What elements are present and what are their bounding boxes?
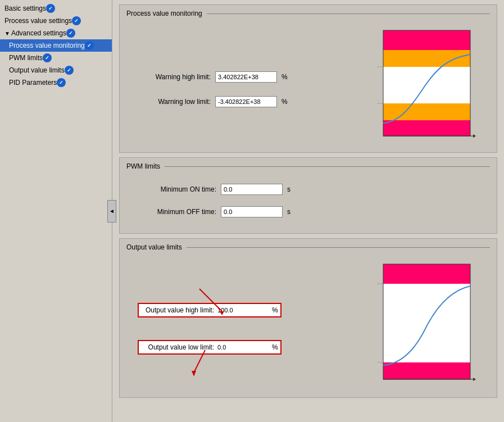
svg-rect-4	[383, 120, 470, 136]
ovl-chart-svg	[378, 261, 479, 385]
sidebar-item-label: Advanced settings	[11, 29, 66, 37]
warning-high-limit-label: Warning high limit:	[138, 73, 211, 81]
min-on-time-input[interactable]	[221, 184, 283, 195]
output-high-limit-row: Output value high limit: %	[138, 303, 366, 317]
check-icon: ✓	[66, 29, 75, 38]
svg-rect-3	[383, 103, 470, 120]
output-high-limit-unit: %	[272, 306, 278, 314]
sidebar-item-label: Process value settings	[4, 17, 72, 25]
sidebar-item-label: Process value monitoring	[9, 42, 85, 49]
pwm-body: Minimum ON time: s Minimum OFF time: s	[126, 175, 490, 226]
ovl-fields-area: Output value high limit: % Output value …	[138, 292, 366, 355]
ovl-chart	[378, 261, 479, 385]
check-icon: ✓	[57, 78, 66, 87]
section-title-pvm: Process value monitoring	[126, 10, 202, 17]
min-off-time-unit: s	[287, 208, 290, 216]
warning-high-limit-input[interactable]	[215, 71, 277, 83]
sidebar-item-label: Basic settings	[4, 4, 46, 12]
warning-high-limit-row: Warning high limit: %	[138, 71, 366, 83]
pvm-body: Warning high limit: % Warning low limit:…	[126, 22, 490, 146]
check-icon: ✓	[65, 66, 74, 75]
check-icon: ✓	[46, 4, 55, 13]
sidebar-item-advanced-settings[interactable]: ▼Advanced settings✓	[0, 27, 112, 39]
sidebar-item-pwm-limits[interactable]: PWM limits✓	[0, 52, 112, 64]
svg-line-10	[199, 289, 222, 311]
section-header-pwm: PWM limits	[126, 162, 490, 170]
svg-marker-13	[192, 371, 196, 376]
main-content: Process value monitoring Warning high li…	[112, 0, 504, 422]
sidebar-collapse-handle[interactable]: ◄	[107, 200, 116, 223]
min-off-time-input[interactable]	[221, 206, 283, 217]
svg-marker-19	[473, 378, 476, 381]
warning-low-limit-label: Warning low limit:	[138, 98, 211, 106]
check-icon: ✓	[43, 53, 52, 62]
output-low-limit-unit: %	[272, 343, 278, 351]
check-icon: ✓	[72, 16, 81, 25]
process-value-monitoring-section: Process value monitoring Warning high li…	[119, 4, 497, 153]
pvm-fields: Warning high limit: % Warning low limit:…	[138, 60, 366, 107]
sidebar: Basic settings✓Process value settings✓▼A…	[0, 0, 112, 422]
svg-rect-15	[383, 284, 470, 362]
min-on-time-unit: s	[287, 185, 290, 193]
svg-line-12	[194, 350, 205, 373]
sidebar-item-pid-parameters[interactable]: PID Parameters✓	[0, 76, 112, 89]
sidebar-item-label: PWM limits	[9, 54, 43, 62]
min-off-time-label: Minimum OFF time:	[143, 208, 216, 216]
arrow-high-svg	[188, 286, 244, 320]
arrow-low-svg	[183, 347, 239, 381]
ovl-body: Output value high limit: % Output value …	[126, 256, 490, 391]
check-icon: ✓	[85, 41, 94, 50]
sidebar-item-label: Output value limits	[9, 66, 65, 74]
arrow-low-container	[183, 347, 239, 383]
svg-marker-7	[473, 134, 476, 138]
sidebar-item-process-value-settings[interactable]: Process value settings✓	[0, 15, 112, 27]
warning-high-limit-unit: %	[281, 73, 288, 81]
pwm-limits-section: PWM limits Minimum ON time: s Minimum OF…	[119, 157, 497, 234]
arrow-icon: ▼	[4, 30, 10, 37]
svg-rect-16	[383, 362, 470, 379]
output-value-limits-section: Output value limits Output value high li…	[119, 238, 497, 398]
pvm-chart-svg	[378, 28, 479, 140]
min-off-time-row: Minimum OFF time: s	[143, 206, 473, 217]
svg-marker-11	[220, 311, 224, 315]
warning-low-limit-row: Warning low limit: %	[138, 96, 366, 107]
section-header-pvm: Process value monitoring	[126, 10, 490, 17]
ovl-fields: Output value high limit: % Output value …	[138, 292, 366, 355]
output-low-limit-row: Output value low limit: %	[138, 340, 366, 355]
sidebar-item-output-value-limits[interactable]: Output value limits✓	[0, 64, 112, 76]
warning-low-limit-input[interactable]	[215, 96, 277, 107]
pvm-chart	[378, 28, 479, 140]
svg-rect-2	[383, 67, 470, 103]
section-title-ovl: Output value limits	[126, 243, 182, 251]
min-on-time-row: Minimum ON time: s	[143, 184, 473, 195]
section-title-pwm: PWM limits	[126, 162, 160, 170]
sidebar-item-basic-settings[interactable]: Basic settings✓	[0, 2, 112, 15]
section-header-ovl: Output value limits	[126, 243, 490, 251]
arrow-high-container	[188, 286, 244, 321]
sidebar-item-label: PID Parameters	[9, 79, 57, 87]
svg-rect-0	[383, 30, 470, 50]
sidebar-item-process-value-monitoring[interactable]: Process value monitoring✓	[0, 39, 112, 52]
warning-low-limit-unit: %	[281, 98, 288, 106]
svg-rect-14	[383, 264, 470, 284]
min-on-time-label: Minimum ON time:	[143, 185, 216, 193]
